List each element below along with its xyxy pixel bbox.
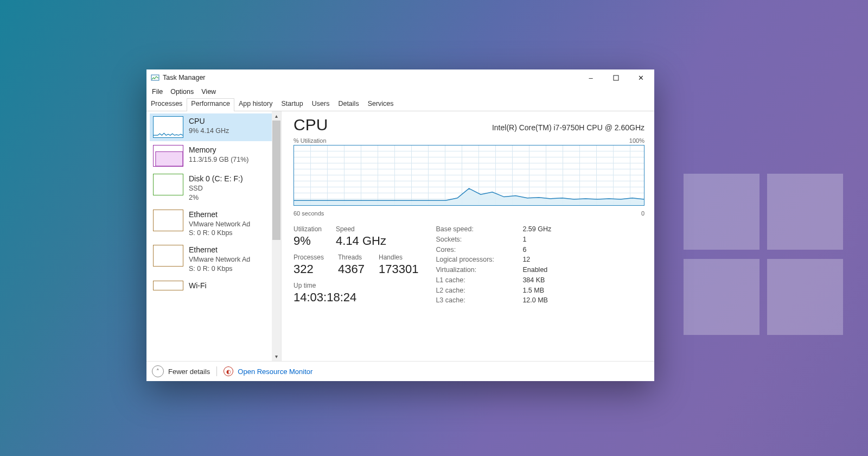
scroll-down-icon[interactable]: ▾ bbox=[272, 352, 281, 361]
sidebar-item-ethernet-1[interactable]: Ethernet VMware Network Ad S: 0 R: 0 Kbp… bbox=[150, 207, 272, 242]
fewer-details-button[interactable]: Fewer details bbox=[168, 368, 210, 376]
sidebar-item-wifi[interactable]: Wi-Fi bbox=[150, 278, 272, 294]
main-heading: CPU bbox=[293, 116, 328, 134]
sidebar-item-label: Memory bbox=[189, 145, 248, 155]
kv-key: L3 cache: bbox=[436, 296, 512, 305]
kv-key: Logical processors: bbox=[436, 256, 512, 264]
kv-value: 12.0 MB bbox=[522, 296, 551, 305]
stat-threads: Threads 4367 bbox=[338, 254, 365, 276]
kv-value: 12 bbox=[522, 256, 551, 264]
kv-value: 1 bbox=[522, 236, 551, 244]
sidebar-item-detail: SSD bbox=[189, 184, 243, 193]
memory-thumb-icon bbox=[153, 145, 183, 167]
kv-key: Cores: bbox=[436, 246, 512, 254]
kv-value: 384 KB bbox=[522, 276, 551, 284]
sidebar-item-detail: 11.3/15.9 GB (71%) bbox=[189, 155, 248, 164]
cpu-utilization-graph[interactable] bbox=[293, 145, 644, 206]
sidebar-scrollbar[interactable]: ▴ ▾ bbox=[272, 111, 281, 361]
kv-value: Enabled bbox=[522, 266, 551, 274]
tab-users[interactable]: Users bbox=[308, 98, 334, 111]
cpu-details-grid: Base speed:2.59 GHzSockets:1Cores:6Logic… bbox=[436, 225, 551, 305]
kv-value: 2.59 GHz bbox=[522, 225, 551, 233]
kv-value: 1.5 MB bbox=[522, 287, 551, 295]
sidebar-item-detail: VMware Network Ad bbox=[189, 220, 250, 229]
ethernet-thumb-icon bbox=[153, 210, 183, 231]
tab-performance[interactable]: Performance bbox=[187, 98, 234, 111]
svg-rect-1 bbox=[614, 75, 618, 80]
sidebar-item-detail: 9% 4.14 GHz bbox=[189, 126, 229, 136]
performance-main: CPU Intel(R) Core(TM) i7-9750H CPU @ 2.6… bbox=[282, 111, 654, 361]
wifi-thumb-icon bbox=[153, 281, 183, 290]
close-button[interactable]: ✕ bbox=[628, 69, 653, 86]
kv-key: L2 cache: bbox=[436, 287, 512, 295]
tab-startup[interactable]: Startup bbox=[277, 98, 307, 111]
sidebar-item-detail: VMware Network Ad bbox=[189, 255, 250, 264]
tabstrip: Processes Performance App history Startu… bbox=[146, 98, 654, 111]
menu-file[interactable]: File bbox=[152, 88, 163, 96]
minimize-button[interactable]: – bbox=[578, 69, 603, 86]
window-title: Task Manager bbox=[163, 74, 206, 81]
svg-rect-2 bbox=[156, 151, 183, 166]
graph-y-label: % Utilization bbox=[293, 137, 327, 144]
open-resource-monitor-link[interactable]: Open Resource Monitor bbox=[238, 368, 312, 376]
sidebar-item-detail2: S: 0 R: 0 Kbps bbox=[189, 229, 250, 238]
menubar: File Options View bbox=[146, 86, 654, 98]
footer: ˄ Fewer details ◐ Open Resource Monitor bbox=[146, 361, 654, 381]
maximize-button[interactable] bbox=[603, 69, 628, 86]
stat-uptime: Up time 14:03:18:24 bbox=[293, 282, 418, 305]
separator bbox=[216, 366, 217, 376]
sidebar-item-cpu[interactable]: CPU 9% 4.14 GHz bbox=[150, 113, 272, 141]
kv-key: Virtualization: bbox=[436, 266, 512, 274]
menu-view[interactable]: View bbox=[201, 88, 216, 96]
menu-options[interactable]: Options bbox=[170, 88, 194, 96]
kv-key: L1 cache: bbox=[436, 276, 512, 284]
sidebar-item-label: CPU bbox=[189, 116, 229, 126]
resource-monitor-icon: ◐ bbox=[222, 364, 235, 378]
chevron-up-icon[interactable]: ˄ bbox=[152, 365, 164, 377]
scroll-up-icon[interactable]: ▴ bbox=[272, 111, 281, 121]
windows-logo-decoration bbox=[684, 174, 846, 337]
stat-speed: Speed 4.14 GHz bbox=[336, 225, 386, 248]
sidebar-item-detail2: S: 0 R: 0 Kbps bbox=[189, 264, 250, 274]
tab-processes[interactable]: Processes bbox=[146, 98, 187, 111]
sidebar-item-detail2: 2% bbox=[189, 193, 243, 202]
graph-y-max: 100% bbox=[629, 137, 644, 144]
stat-handles: Handles 173301 bbox=[379, 254, 418, 276]
titlebar[interactable]: Task Manager – ✕ bbox=[146, 69, 654, 86]
tab-app-history[interactable]: App history bbox=[234, 98, 277, 111]
sidebar-item-label: Disk 0 (C: E: F:) bbox=[189, 174, 243, 184]
disk-thumb-icon bbox=[153, 174, 183, 195]
performance-sidebar: CPU 9% 4.14 GHz Memory 11.3/15.9 GB (71%… bbox=[146, 111, 272, 361]
stat-processes: Processes 322 bbox=[293, 254, 324, 276]
kv-value: 6 bbox=[522, 246, 551, 254]
scroll-thumb[interactable] bbox=[272, 121, 280, 240]
task-manager-window: Task Manager – ✕ File Options View Proce… bbox=[146, 69, 654, 381]
sidebar-item-memory[interactable]: Memory 11.3/15.9 GB (71%) bbox=[150, 142, 272, 170]
tab-details[interactable]: Details bbox=[334, 98, 363, 111]
graph-x-right: 0 bbox=[641, 210, 644, 217]
graph-x-label: 60 seconds bbox=[293, 210, 324, 217]
sidebar-item-label: Ethernet bbox=[189, 245, 250, 255]
cpu-thumb-icon bbox=[153, 116, 183, 138]
sidebar-item-label: Wi-Fi bbox=[189, 281, 207, 291]
stat-utilization: Utilization 9% bbox=[293, 225, 322, 248]
cpu-model: Intel(R) Core(TM) i7-9750H CPU @ 2.60GHz bbox=[492, 123, 644, 132]
app-icon bbox=[151, 73, 159, 82]
ethernet-thumb-icon bbox=[153, 245, 183, 267]
kv-key: Sockets: bbox=[436, 236, 512, 244]
sidebar-item-label: Ethernet bbox=[189, 210, 250, 220]
sidebar-item-ethernet-2[interactable]: Ethernet VMware Network Ad S: 0 R: 0 Kbp… bbox=[150, 242, 272, 277]
sidebar-item-disk0[interactable]: Disk 0 (C: E: F:) SSD 2% bbox=[150, 171, 272, 206]
kv-key: Base speed: bbox=[436, 225, 512, 233]
tab-services[interactable]: Services bbox=[363, 98, 398, 111]
